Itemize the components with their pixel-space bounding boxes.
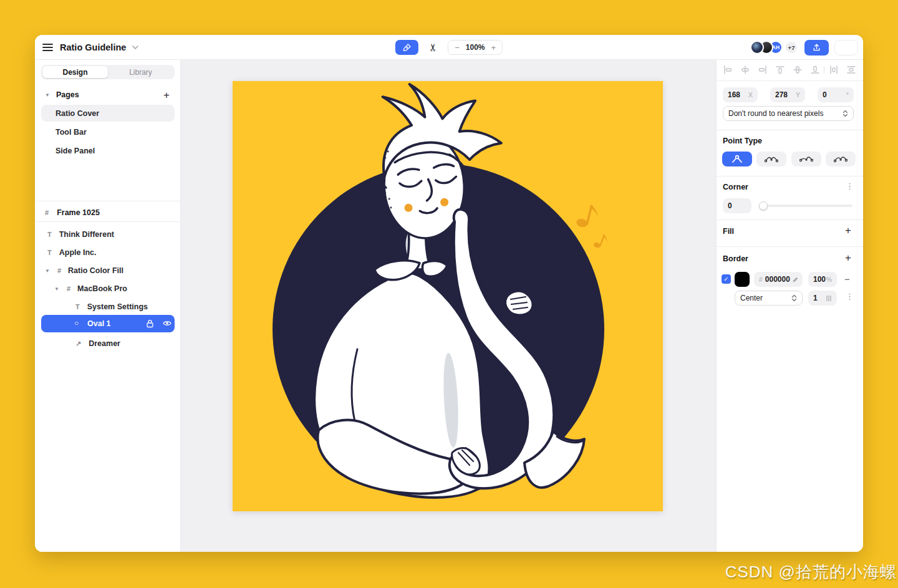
zoom-out-button[interactable]: − bbox=[455, 43, 460, 52]
oval-icon: ○ bbox=[74, 319, 79, 327]
page-item[interactable]: Tool Bar bbox=[56, 126, 87, 138]
frame-header[interactable]: # Frame 1025 bbox=[45, 204, 100, 221]
diagonal-arrow-icon: ↗ bbox=[75, 340, 81, 348]
border-visible-checkbox[interactable]: ✓ bbox=[722, 274, 731, 284]
panel-tabs: Design Library bbox=[41, 65, 175, 79]
point-type-label: Point Type bbox=[723, 137, 762, 145]
corner-slider[interactable] bbox=[759, 205, 852, 207]
artboard[interactable] bbox=[233, 81, 663, 511]
lock-icon[interactable] bbox=[146, 319, 154, 328]
point-type-corner-button[interactable] bbox=[722, 152, 752, 166]
app-window: Ratio Guideline ✂ − 100% + AH +7 bbox=[35, 35, 863, 552]
pages-label: Pages bbox=[56, 90, 79, 99]
corner-slider-thumb[interactable] bbox=[759, 201, 768, 210]
align-bottom-icon[interactable] bbox=[810, 65, 820, 75]
asymmetric-handles-icon bbox=[799, 155, 813, 163]
rounding-dropdown-value: Don't round to nearest pixels bbox=[728, 109, 823, 118]
left-sidebar: Design Library ▼ Pages + Ratio Cover Too… bbox=[35, 60, 181, 552]
border-hex-input[interactable]: 000000 bbox=[765, 275, 790, 284]
zoom-level[interactable]: 100% bbox=[466, 43, 485, 52]
remove-border-button[interactable]: − bbox=[844, 274, 850, 284]
border-opacity-input[interactable]: 100 bbox=[813, 275, 826, 284]
align-horizontal-center-icon[interactable] bbox=[740, 65, 750, 75]
frame-layer-icon: # bbox=[57, 267, 61, 274]
layer-row[interactable]: ▼ # MacBook Pro bbox=[54, 281, 127, 296]
updown-chevron-icon bbox=[791, 294, 797, 302]
rotation-input[interactable] bbox=[823, 90, 840, 99]
layer-row[interactable]: T System Settings bbox=[75, 299, 148, 314]
layer-row[interactable]: T Apple Inc. bbox=[47, 245, 96, 260]
zoom-in-button[interactable]: + bbox=[491, 43, 496, 52]
border-hex-field: # 000000 bbox=[754, 272, 803, 287]
secondary-action-button[interactable] bbox=[834, 40, 858, 55]
rotation-field: ° bbox=[818, 87, 854, 102]
chevron-down-icon[interactable]: ▼ bbox=[45, 268, 50, 274]
divider bbox=[824, 66, 824, 74]
title-chevron-down-icon[interactable] bbox=[132, 46, 138, 49]
menu-icon[interactable] bbox=[41, 41, 54, 54]
pen-tool-button[interactable] bbox=[395, 40, 418, 55]
add-border-button[interactable]: + bbox=[845, 253, 851, 263]
canvas-illustration[interactable] bbox=[233, 81, 663, 511]
layer-row[interactable]: ↗ Dreamer bbox=[75, 336, 120, 351]
hex-prefix: # bbox=[759, 276, 763, 283]
tab-design[interactable]: Design bbox=[42, 66, 108, 78]
mirrored-handles-icon bbox=[765, 155, 778, 163]
y-position-input[interactable] bbox=[775, 90, 793, 99]
corner-radius-input[interactable] bbox=[728, 201, 740, 210]
pages-header: ▼ Pages bbox=[45, 89, 79, 101]
point-type-asymmetric-button[interactable] bbox=[791, 152, 821, 166]
point-type-disconnected-button[interactable] bbox=[826, 152, 856, 166]
share-button[interactable] bbox=[804, 40, 829, 55]
distribute-horizontal-icon[interactable] bbox=[829, 65, 839, 75]
border-options-kebab-icon[interactable]: ⋮ bbox=[846, 292, 854, 301]
add-page-button[interactable]: + bbox=[163, 90, 170, 100]
border-width-input[interactable]: 1 bbox=[813, 294, 818, 302]
corner-radius-field bbox=[723, 198, 751, 213]
scissors-tool-button[interactable]: ✂ bbox=[428, 43, 438, 51]
updown-chevron-icon bbox=[842, 110, 848, 117]
align-right-icon[interactable] bbox=[758, 65, 768, 75]
zoom-control: − 100% + bbox=[448, 40, 503, 55]
divider bbox=[717, 246, 863, 247]
avatar[interactable] bbox=[750, 41, 764, 54]
border-opacity-field: 100 % bbox=[808, 272, 837, 287]
add-fill-button[interactable]: + bbox=[845, 225, 851, 236]
page-item[interactable]: Side Panel bbox=[56, 145, 95, 157]
x-position-input[interactable] bbox=[728, 90, 745, 99]
layer-label: Think Different bbox=[59, 230, 114, 239]
frame-layer-icon: # bbox=[67, 285, 70, 292]
corner-label: Corner bbox=[723, 183, 748, 191]
rounding-dropdown[interactable]: Don't round to nearest pixels bbox=[723, 106, 854, 121]
layer-row-selected[interactable]: ○ Oval 1 bbox=[41, 315, 175, 332]
border-position-dropdown[interactable]: Center bbox=[735, 291, 803, 306]
divider bbox=[717, 219, 863, 220]
canvas[interactable] bbox=[181, 60, 716, 552]
layer-label: Apple Inc. bbox=[59, 248, 97, 257]
document-title[interactable]: Ratio Guideline bbox=[60, 42, 126, 52]
fill-label: Fill bbox=[723, 227, 734, 236]
avatar-overflow-badge[interactable]: +7 bbox=[785, 41, 798, 54]
text-layer-icon: T bbox=[47, 249, 52, 256]
scissors-icon: ✂ bbox=[428, 43, 438, 51]
align-vertical-center-icon[interactable] bbox=[793, 65, 803, 75]
page-item[interactable]: Ratio Cover bbox=[56, 107, 99, 120]
y-position-field: Y bbox=[770, 87, 805, 102]
chevron-down-icon[interactable]: ▼ bbox=[45, 92, 50, 98]
distribute-vertical-icon[interactable] bbox=[846, 65, 856, 75]
align-top-icon[interactable] bbox=[775, 65, 785, 75]
border-width-field: 1 bbox=[808, 291, 837, 306]
corner-options-kebab-icon[interactable]: ⋮ bbox=[846, 181, 854, 191]
point-type-mirrored-button[interactable] bbox=[756, 152, 786, 166]
eyedropper-icon[interactable] bbox=[793, 276, 798, 283]
chevron-down-icon[interactable]: ▼ bbox=[54, 286, 59, 292]
eye-icon[interactable] bbox=[163, 320, 171, 327]
border-color-swatch[interactable] bbox=[735, 272, 750, 287]
tab-library[interactable]: Library bbox=[108, 66, 173, 78]
frame-label: Frame 1025 bbox=[57, 208, 100, 217]
align-left-icon[interactable] bbox=[723, 65, 733, 75]
watermark: CSDN @拾荒的小海螺 bbox=[725, 561, 897, 583]
layer-row[interactable]: T Think Different bbox=[47, 227, 114, 242]
x-position-field: X bbox=[723, 87, 758, 102]
layer-row[interactable]: ▼ # Ratio Color Fill bbox=[45, 263, 123, 278]
